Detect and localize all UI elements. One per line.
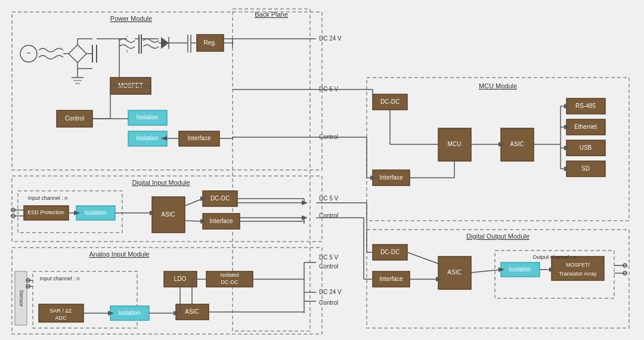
- isolation-ai-label: Isolation: [118, 310, 140, 316]
- power-module-title: Power Module: [110, 15, 152, 22]
- mosfet-array-label2: Transistor Array: [559, 271, 597, 277]
- isolation-di-label: Isolation: [84, 209, 106, 216]
- isolated-dcdc-label2: DC-DC: [221, 279, 239, 285]
- output-channel-label: Output channel : n: [532, 254, 577, 260]
- mcu-label: MCU: [448, 141, 462, 147]
- asic-do-label: ASIC: [447, 269, 461, 276]
- dcdc-mcu-label: DC-DC: [380, 98, 400, 105]
- interface-power-label: Interface: [188, 135, 211, 141]
- usb-label: USB: [580, 144, 592, 151]
- ac-source-symbol: ~: [26, 49, 30, 57]
- input-channel-label: Input channel : n: [28, 195, 68, 201]
- sar-adc-label2: ADC: [55, 315, 67, 321]
- interface-di-label: Interface: [210, 218, 233, 224]
- interface-mcu-label: Interface: [380, 174, 403, 181]
- digital-input-title: Digital Input Module: [132, 179, 190, 186]
- isolation-label1: Isolation: [136, 114, 158, 120]
- reg-label: Reg.: [203, 39, 216, 46]
- mcu-module-title: MCU Module: [479, 82, 517, 89]
- ldo-label: LDO: [174, 276, 187, 282]
- mosfet-label: MOSFET: [118, 82, 143, 89]
- esd-label: ESD Protection: [27, 209, 64, 215]
- asic-mcu-label: ASIC: [510, 141, 524, 147]
- isolated-dcdc-label: Isolated: [220, 272, 239, 278]
- asic-di-label: ASIC: [161, 211, 175, 218]
- mosfet-array-label1: MOSFET/: [566, 262, 590, 268]
- analog-input-title: Analog Input Module: [89, 251, 150, 258]
- diagram: Back Plane DC 24 V DC 5 V Control DC 5 V…: [0, 0, 644, 340]
- sar-adc-label: SAR / ΔΣ: [49, 308, 72, 314]
- sensor-label: Sensor: [18, 290, 24, 307]
- asic-ai-label: ASIC: [185, 308, 199, 315]
- isolation-do-label: Isolation: [509, 266, 531, 273]
- isolation-label2: Isolation: [136, 135, 158, 141]
- interface-do-label: Interface: [380, 276, 403, 282]
- svg-line-58: [185, 221, 203, 221]
- ethernet-label: Ethernet: [574, 123, 597, 130]
- sd-label: SD: [581, 165, 590, 172]
- dcdc-di-label: DC-DC: [210, 195, 230, 202]
- digital-output-title: Digital Output Module: [466, 233, 530, 240]
- analog-channel-label: Input channel : n: [40, 276, 80, 282]
- rs485-label: RS-485: [575, 103, 596, 109]
- control-label-box: Control: [65, 115, 84, 122]
- dcdc-do-label: DC-DC: [380, 249, 400, 255]
